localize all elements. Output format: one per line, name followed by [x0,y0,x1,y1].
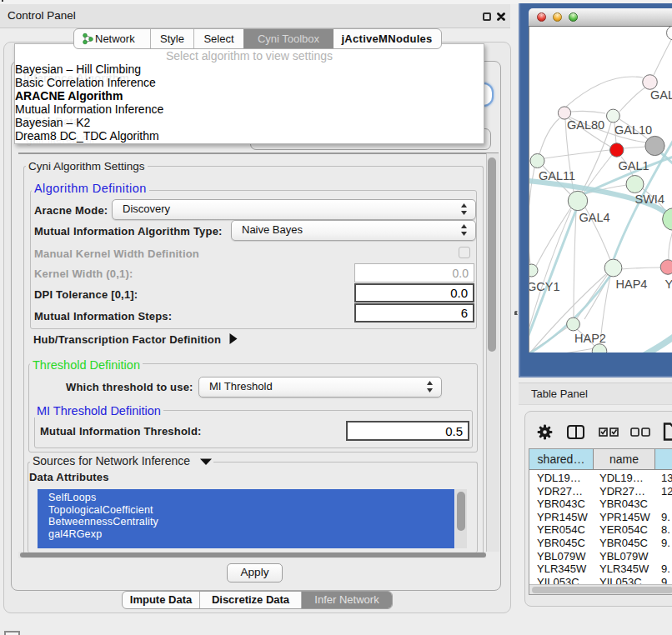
svg-text:GCY1: GCY1 [529,280,560,293]
svg-text:Y: Y [665,278,672,291]
svg-text:GAL11: GAL11 [539,169,575,182]
svg-text:HAP2: HAP2 [574,332,606,345]
svg-text:GAL4: GAL4 [579,211,610,224]
svg-text:GAL1: GAL1 [619,159,649,172]
svg-text:SWI4: SWI4 [635,192,664,206]
svg-text:GAL80: GAL80 [567,118,604,132]
svg-text:GAL7: GAL7 [650,88,672,102]
svg-text:HAP4: HAP4 [616,278,648,291]
svg-text:GAL10: GAL10 [614,123,652,137]
